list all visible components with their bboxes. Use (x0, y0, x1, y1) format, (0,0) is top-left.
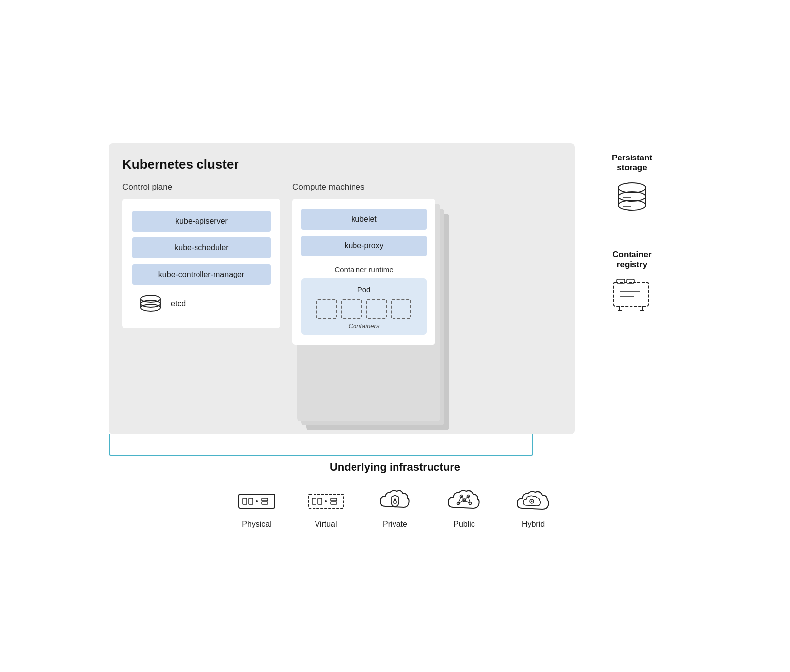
svg-rect-33 (312, 498, 316, 504)
infra-item-public: Public (444, 485, 484, 529)
infra-item-physical: Physical (237, 487, 276, 529)
control-plane-section: Control plane kube-apiserver kube-schedu… (122, 182, 280, 416)
control-plane-label: Control plane (122, 182, 280, 192)
infra-item-private: Private (375, 485, 415, 529)
compute-machines-label: Compute machines (292, 182, 561, 192)
svg-rect-35 (331, 498, 337, 501)
svg-rect-17 (614, 282, 648, 306)
svg-point-51 (531, 501, 533, 502)
component-kube-controller-manager: kube-controller-manager (132, 264, 271, 285)
virtual-icon (306, 487, 346, 515)
pod-box: Pod Containers (301, 278, 427, 335)
svg-rect-36 (331, 502, 337, 504)
etcd-disk-icon (137, 295, 164, 313)
pod-title: Pod (308, 285, 420, 294)
component-kube-proxy: kube-proxy (301, 236, 427, 256)
container-runtime-label: Container runtime (301, 265, 427, 274)
svg-line-47 (464, 496, 468, 500)
cluster-title: Kubernetes cluster (122, 157, 561, 172)
right-column: Persistant storage (583, 143, 681, 329)
node-stack-wrapper: kubelet kube-proxy Container runtime Pod (292, 199, 435, 416)
etcd-label: etcd (171, 299, 186, 308)
infra-icons-row: Physical Virtual (109, 485, 681, 529)
main-area: Kubernetes cluster Control plane kube-ap… (109, 143, 681, 434)
hybrid-label: Hybrid (522, 520, 545, 529)
storage-icon (612, 181, 652, 215)
svg-rect-27 (243, 498, 247, 504)
bracket-line (109, 434, 533, 456)
persistent-storage-box: Persistant storage (583, 143, 681, 232)
svg-point-31 (256, 500, 258, 502)
infrastructure-section: Underlying infrastructure Physical (109, 434, 681, 529)
container-3 (366, 299, 387, 319)
control-plane-box: kube-apiserver kube-scheduler kube-contr… (122, 199, 280, 328)
private-icon (375, 485, 415, 515)
public-icon (444, 485, 484, 515)
private-label: Private (383, 520, 407, 529)
cluster-inner: Control plane kube-apiserver kube-schedu… (122, 182, 561, 416)
container-1 (316, 299, 337, 319)
svg-point-37 (325, 500, 327, 502)
container-2 (341, 299, 362, 319)
physical-label: Physical (242, 520, 272, 529)
component-kube-scheduler: kube-scheduler (132, 237, 271, 258)
hybrid-icon (514, 485, 553, 515)
svg-point-4 (141, 300, 160, 307)
svg-rect-29 (262, 498, 268, 501)
svg-rect-30 (262, 502, 268, 504)
svg-rect-34 (318, 498, 322, 504)
containers-row (308, 299, 420, 319)
virtual-label: Virtual (315, 520, 337, 529)
containers-label: Containers (308, 322, 420, 330)
container-registry-box: Container registry (583, 240, 681, 329)
runtime-section: Container runtime Pod Con (301, 265, 427, 335)
svg-rect-38 (394, 501, 396, 503)
page-wrapper: Kubernetes cluster Control plane kube-ap… (109, 143, 681, 529)
infra-item-virtual: Virtual (306, 487, 346, 529)
compute-section: Compute machines kubelet kube-proxy Cont… (292, 182, 561, 416)
bracket-wrapper (109, 434, 681, 461)
component-kubelet: kubelet (301, 209, 427, 230)
physical-icon (237, 487, 276, 515)
storage-title: Persistant storage (612, 153, 652, 173)
registry-title: Container registry (612, 250, 651, 270)
container-4 (391, 299, 411, 319)
svg-point-7 (141, 304, 160, 311)
component-kube-apiserver: kube-apiserver (132, 211, 271, 232)
infra-title: Underlying infrastructure (109, 461, 681, 474)
infra-item-hybrid: Hybrid (514, 485, 553, 529)
public-label: Public (453, 520, 475, 529)
kubernetes-cluster-box: Kubernetes cluster Control plane kube-ap… (109, 143, 575, 434)
registry-icon (610, 277, 654, 312)
svg-rect-28 (249, 498, 253, 504)
etcd-row: etcd (132, 291, 271, 316)
node-card: kubelet kube-proxy Container runtime Pod (292, 199, 435, 345)
